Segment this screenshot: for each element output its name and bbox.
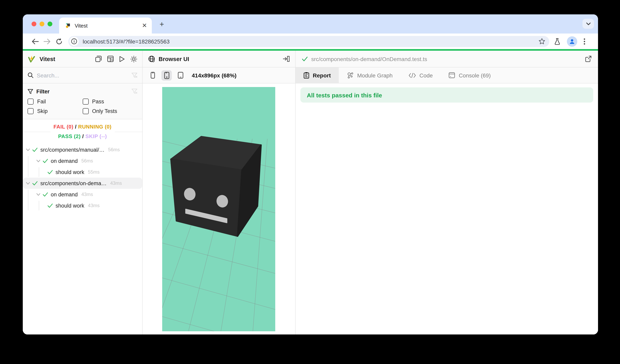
browser-tab[interactable]: Vitest ✕ xyxy=(59,17,152,33)
open-external-icon[interactable] xyxy=(585,56,592,62)
checkbox[interactable] xyxy=(28,99,33,104)
clear-filter-icon[interactable] xyxy=(131,89,138,94)
open-file-path: src/components/on-demand/OnDemand.test.t… xyxy=(311,56,581,62)
back-button[interactable] xyxy=(29,39,41,44)
checkbox[interactable] xyxy=(82,108,89,114)
sidebar-actions xyxy=(95,55,138,62)
profile-avatar[interactable] xyxy=(567,36,577,46)
test-name: src/components/on-dema… xyxy=(40,180,107,186)
menu-dots-icon[interactable] xyxy=(584,38,585,44)
checkbox-label: Fail xyxy=(37,99,46,104)
search-input[interactable]: Search... xyxy=(37,72,128,78)
dashboard-icon[interactable] xyxy=(107,56,114,62)
minimize-window-button[interactable] xyxy=(40,22,44,26)
test-suite-row[interactable]: on demand 43ms xyxy=(23,189,142,200)
reload-button[interactable] xyxy=(53,38,65,44)
globe-icon xyxy=(148,56,155,62)
chevron-down-icon xyxy=(586,22,591,25)
test-file-row-selected[interactable]: src/components/on-dema… 43ms xyxy=(23,178,142,189)
experiments-flask-icon[interactable] xyxy=(554,38,560,45)
test-progress-bar xyxy=(23,49,598,51)
browser-preview-viewport[interactable] xyxy=(162,87,275,331)
chevron-down-icon[interactable] xyxy=(26,148,30,151)
checkbox-label: Only Tests xyxy=(92,108,117,114)
tab-search-button[interactable] xyxy=(582,19,594,29)
tree-indent-guide xyxy=(28,189,28,210)
tab-code[interactable]: Code xyxy=(401,67,441,83)
tree-indent-guide xyxy=(39,167,39,177)
pass-check-icon xyxy=(47,170,53,174)
browser-window: Vitest ✕ + xyxy=(23,14,598,335)
url-text[interactable]: localhost:5173/#/?file=1828625563 xyxy=(83,38,539,44)
filter-checkbox-skip[interactable]: Skip xyxy=(28,108,82,114)
filter-checkbox-only-tests[interactable]: Only Tests xyxy=(82,108,138,114)
code-icon xyxy=(409,73,416,78)
funnel-icon xyxy=(28,89,33,94)
tab-label: Module Graph xyxy=(357,72,392,78)
site-info-button[interactable] xyxy=(70,37,79,46)
tab-console[interactable]: Console (69) xyxy=(441,67,499,83)
tab-label: Console (69) xyxy=(459,72,491,78)
fail-count: FAIL (0) xyxy=(54,124,74,130)
test-duration: 56ms xyxy=(108,147,120,152)
theme-toggle-sun-icon[interactable] xyxy=(130,55,138,62)
tab-report[interactable]: Report xyxy=(296,67,339,83)
clear-filter-icon[interactable] xyxy=(131,73,138,78)
window-controls xyxy=(31,22,52,26)
search-bar[interactable]: Search... xyxy=(23,67,142,83)
bookmark-star-icon[interactable] xyxy=(539,38,545,45)
test-case-row[interactable]: should work 55ms xyxy=(23,166,142,178)
checkbox[interactable] xyxy=(82,99,89,104)
test-case-row[interactable]: should work 43ms xyxy=(23,200,142,211)
close-window-button[interactable] xyxy=(31,22,36,26)
separator: / xyxy=(81,133,85,139)
report-panel: src/components/on-demand/OnDemand.test.t… xyxy=(296,51,598,335)
robot-cube xyxy=(171,137,261,236)
forward-button[interactable] xyxy=(41,39,53,44)
person-icon xyxy=(569,38,575,44)
pass-check-icon xyxy=(47,203,53,208)
browser-preview-panel: Browser UI 414x896p xyxy=(143,51,296,335)
browser-panel-header: Browser UI xyxy=(143,51,295,67)
tab-module-graph[interactable]: Module Graph xyxy=(339,67,401,83)
zoom-window-button[interactable] xyxy=(47,22,52,26)
preview-area xyxy=(143,83,295,335)
checkbox[interactable] xyxy=(28,108,33,114)
test-suite-row[interactable]: on demand 56ms xyxy=(23,155,142,166)
filter-header: Filter xyxy=(28,87,138,96)
sidebar-header: Vitest xyxy=(23,51,142,67)
test-duration: 43ms xyxy=(81,191,93,197)
test-duration: 43ms xyxy=(110,180,122,186)
back-arrow-icon xyxy=(31,39,39,44)
summary-line-2: PASS (2)/SKIP (--) xyxy=(54,132,111,141)
chevron-down-icon[interactable] xyxy=(36,193,40,196)
chevron-down-icon[interactable] xyxy=(36,160,40,162)
filter-checkbox-pass[interactable]: Pass xyxy=(82,99,138,104)
test-file-row[interactable]: src/components/manual/… 56ms xyxy=(23,144,142,155)
chevron-down-icon[interactable] xyxy=(26,182,30,185)
browser-panel-title: Browser UI xyxy=(159,56,279,62)
pass-check-icon xyxy=(43,159,48,163)
separator: / xyxy=(73,124,78,130)
close-tab-icon[interactable]: ✕ xyxy=(142,22,147,29)
test-name: on demand xyxy=(51,158,78,164)
browser-toolbar: localhost:5173/#/?file=1828625563 xyxy=(23,33,598,49)
reload-icon xyxy=(56,38,62,44)
run-all-icon[interactable] xyxy=(119,56,125,62)
test-name: src/components/manual/… xyxy=(40,147,105,153)
summary-line-1: FAIL (0)/RUNNING (0) xyxy=(54,122,111,132)
filter-options: Fail Pass Skip Only Tests xyxy=(28,99,138,114)
vitest-ui: Vitest xyxy=(23,51,598,335)
device-phone-small-button[interactable] xyxy=(147,70,158,80)
running-count: RUNNING (0) xyxy=(78,124,111,130)
filter-checkbox-fail[interactable]: Fail xyxy=(28,99,82,104)
expand-panel-icon[interactable] xyxy=(283,56,290,62)
test-summary-counts: FAIL (0)/RUNNING (0) PASS (2)/SKIP (--) xyxy=(50,122,115,141)
forward-arrow-icon xyxy=(44,39,51,44)
new-tab-button[interactable]: + xyxy=(157,20,167,29)
device-tablet-button[interactable] xyxy=(175,70,186,80)
ui-windows-icon[interactable] xyxy=(95,56,102,62)
search-icon xyxy=(28,72,33,78)
device-phone-plus-button[interactable] xyxy=(161,70,172,80)
address-bar[interactable]: localhost:5173/#/?file=1828625563 xyxy=(68,36,549,47)
